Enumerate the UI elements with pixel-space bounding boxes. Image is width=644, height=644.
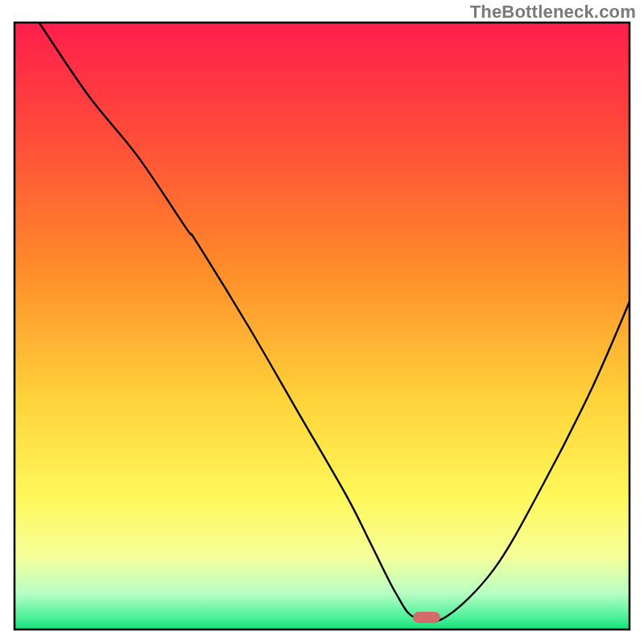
bottleneck-chart: TheBottleneck.com <box>0 0 644 644</box>
chart-svg <box>0 0 644 644</box>
watermark-text: TheBottleneck.com <box>470 2 636 23</box>
optimal-marker <box>413 612 440 623</box>
gradient-background <box>14 23 630 630</box>
